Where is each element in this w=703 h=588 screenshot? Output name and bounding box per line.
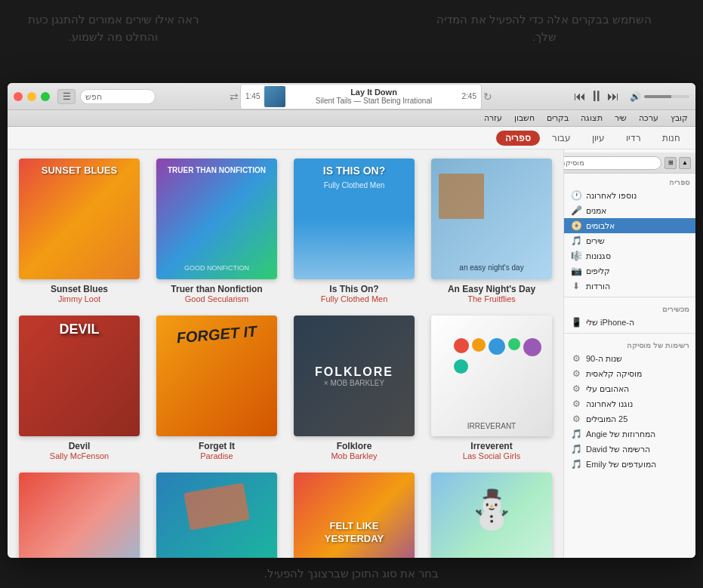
sidebar-item-classical[interactable]: מוסיקה קלאסית ⚙ (564, 366, 695, 381)
menu-account[interactable]: חשבון (514, 113, 535, 123)
sidebar-item-top25[interactable]: 25 המובילים ⚙ (564, 411, 695, 426)
sidebar-item-downloads[interactable]: הורדות ⬇ (564, 279, 695, 294)
track-title: Lay It Down (290, 88, 457, 97)
sidebar-item-songs[interactable]: שירים 🎵 (564, 233, 695, 248)
album-item[interactable]: FORGET IT Forget It Paradise (154, 316, 279, 460)
tab-library[interactable]: ספריה (496, 131, 540, 146)
time-right: 2:45 (462, 92, 476, 100)
downloads-icon: ⬇ (570, 281, 582, 291)
track-info: Lay It Down Silent Tails — Start Being I… (290, 88, 457, 105)
album-item[interactable]: IS THIS ON? Fully Clothed Men Is This On… (291, 159, 417, 303)
playlist-emily-icon: 🎵 (570, 459, 582, 469)
album-item[interactable]: SUNSET BLUES Sunset Blues Jimmy Loot (17, 159, 142, 303)
album-item[interactable]: an easy night's day An Easy Night's Day … (429, 159, 554, 303)
album-item[interactable] (17, 473, 142, 558)
sidebar-item-iphone[interactable]: ה-iPhone שלי 📱 (564, 315, 695, 330)
album-thumbnail (264, 86, 285, 107)
menu-controls[interactable]: בקרים (547, 113, 569, 123)
album-cover-folklore: FOLKLORE × MOB BARKLEY (294, 316, 415, 436)
playlist-classical-icon: ⚙ (570, 368, 582, 379)
now-playing-widget: 1:45 Lay It Down Silent Tails — Start Be… (240, 84, 482, 109)
menu-edit[interactable]: ערכה (639, 113, 658, 123)
album-artist: Fully Clothed Men (321, 294, 388, 303)
album-name: Sunset Blues (51, 284, 108, 294)
close-button[interactable] (14, 92, 23, 101)
album-grid-container[interactable]: SUNSET BLUES Sunset Blues Jimmy Loot TRU… (8, 149, 563, 558)
tab-radio[interactable]: רדיו (617, 131, 650, 146)
album-item[interactable]: ⛄ (429, 473, 554, 558)
sidebar-item-recently-added[interactable]: נוספו לאחרונה 🕐 (564, 188, 695, 203)
fast-forward-button[interactable]: ⏭ (607, 90, 619, 103)
volume-icon: 🔊 (630, 91, 641, 102)
sidebar-section-library: ספריה (564, 174, 695, 188)
sidebar-item-emily[interactable]: המועדפים של Emily 🎵 (564, 457, 695, 472)
nav-tabs: ספריה עבור עיון רדיו חנות (8, 127, 695, 149)
sidebar-item-clips[interactable]: קליפים 📷 (564, 263, 695, 279)
sidebar-item-90s[interactable]: שנות ה-90 ⚙ (564, 351, 695, 366)
sidebar-search-input[interactable] (563, 156, 661, 170)
album-cover-row3d: ⛄ (431, 473, 552, 558)
track-subtitle: Silent Tails — Start Being Irrational (290, 97, 457, 105)
songs-icon: 🎵 (570, 236, 582, 246)
album-item[interactable]: DEVIL Devil Sally McFenson (17, 316, 142, 460)
album-artist: Sally McFenson (50, 451, 109, 460)
sidebar-item-angie[interactable]: המחרוזות של Angie 🎵 (564, 426, 695, 442)
menu-view[interactable]: תצוגה (581, 113, 603, 123)
album-cover-devil: DEVIL (19, 316, 140, 436)
tab-store[interactable]: חנות (653, 131, 689, 146)
album-cover-row3b (156, 473, 277, 558)
album-item[interactable]: IRREVERANT Irreverent Las Social Girls (429, 316, 554, 460)
tab-browse[interactable]: עיון (583, 131, 614, 146)
sidebar-divider-2 (564, 333, 695, 334)
album-item[interactable]: TRUER THAN NONFICTION GOOD NONFICTION Tr… (154, 159, 279, 303)
clips-icon: 📷 (570, 266, 582, 276)
album-grid: SUNSET BLUES Sunset Blues Jimmy Loot TRU… (17, 159, 554, 558)
rewind-button[interactable]: ⏮ (574, 90, 586, 103)
sidebar-item-david[interactable]: הרשימה של David 🎵 (564, 442, 695, 457)
album-artist: Paradise (200, 451, 233, 460)
shuffle-button[interactable]: ⇄ (228, 91, 240, 103)
album-cover-sunset-blues: SUNSET BLUES (19, 159, 140, 279)
album-cover-row3a (19, 473, 140, 558)
sidebar-view-toggle[interactable]: ⊞ (664, 157, 677, 169)
album-item[interactable]: FOLKLORE × MOB BARKLEY Folklore Mob Bark… (291, 316, 417, 460)
artists-icon: 🎤 (570, 205, 582, 216)
tab-forward[interactable]: עבור (543, 131, 580, 146)
sidebar-section-devices: מכשירים (564, 300, 695, 315)
albums-icon: 📀 (570, 220, 582, 231)
sidebar-item-genres[interactable]: סגנונות 🎼 (564, 248, 695, 263)
menu-bar: עזרה חשבון בקרים תצוגה שיר ערכה קובץ (8, 110, 695, 127)
album-item[interactable]: FELT LIKEYESTERDAY FELT LIKe YESTERDAY (291, 473, 417, 558)
maximize-button[interactable] (41, 92, 50, 101)
album-cover-irreverant: IRREVERANT (431, 316, 552, 436)
menu-song[interactable]: שיר (615, 113, 627, 123)
album-artist: Good Secularism (185, 294, 248, 303)
album-name: Folklore (337, 441, 372, 451)
menu-help[interactable]: עזרה (484, 113, 502, 123)
playlist-favorites-icon: ⚙ (570, 383, 582, 394)
sidebar-item-recently-played[interactable]: נוגנו לאחרונה ⚙ (564, 396, 695, 411)
list-view-button[interactable]: ☰ (57, 89, 76, 104)
menu-file[interactable]: קובץ (671, 113, 688, 123)
album-item[interactable] (154, 473, 279, 558)
play-pause-button[interactable]: ⏸ (589, 88, 604, 105)
sidebar-item-artists[interactable]: אמנים 🎤 (564, 203, 695, 218)
minimize-button[interactable] (27, 92, 36, 101)
search-input[interactable] (80, 89, 156, 104)
sidebar-item-albums[interactable]: אלבומים 📀 (564, 218, 695, 233)
album-cover-truer: TRUER THAN NONFICTION GOOD NONFICTION (156, 159, 277, 279)
playlist-recent-icon: ⚙ (570, 399, 582, 409)
sidebar-header: ‹ › 🎵 ⊞ ▲ (564, 152, 695, 174)
sidebar-icons: ⊞ ▲ (664, 157, 691, 169)
volume-slider[interactable] (644, 95, 689, 98)
annotation-bottom: בחר את סוג התוכן שברצונך להפעיל. (0, 567, 703, 580)
genres-icon: 🎼 (570, 251, 582, 261)
sidebar-options-button[interactable]: ▲ (679, 157, 691, 169)
album-name: Forget It (199, 441, 235, 451)
album-artist: The Fruitflies (467, 294, 516, 303)
sidebar-item-favorites[interactable]: האהובים עלי ⚙ (564, 381, 695, 396)
repeat-button[interactable]: ↻ (482, 91, 494, 103)
album-artist: Mob Barkley (331, 451, 377, 460)
title-bar: ☰ ⇄ 1:45 Lay It Down Silent Tails — Star… (8, 83, 695, 110)
album-cover-easy: an easy night's day (431, 159, 552, 279)
